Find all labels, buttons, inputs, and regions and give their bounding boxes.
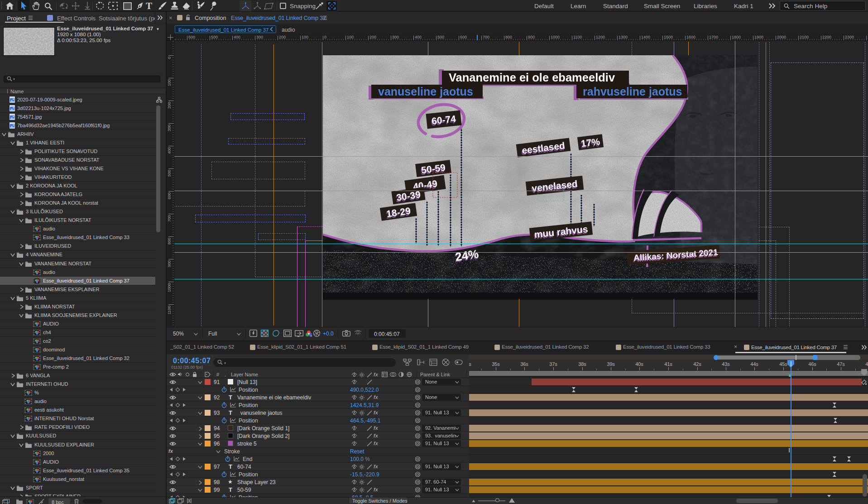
svg-text:vanuseline jaotus: vanuseline jaotus [378,85,473,98]
svg-text:Vananemine ei ole ebameeldiv: Vananemine ei ole ebameeldiv [449,71,615,84]
svg-text:rahvuseline jaotus: rahvuseline jaotus [583,85,682,98]
